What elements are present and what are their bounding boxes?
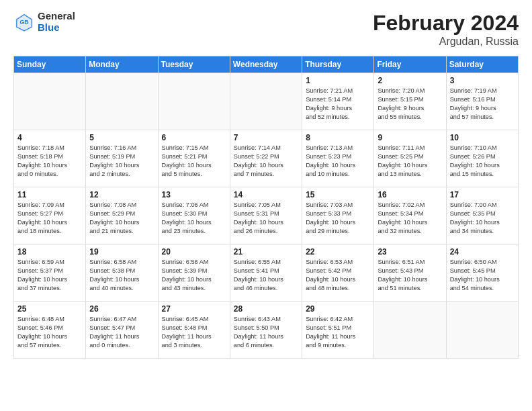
calendar-cell: 25Sunrise: 6:48 AMSunset: 5:46 PMDayligh…: [14, 302, 86, 359]
calendar-cell: 12Sunrise: 7:08 AMSunset: 5:29 PMDayligh…: [86, 187, 158, 244]
calendar-cell: 22Sunrise: 6:53 AMSunset: 5:42 PMDayligh…: [302, 244, 374, 302]
logo-icon: GB: [13, 11, 35, 33]
day-number: 10: [450, 133, 515, 142]
calendar-week-1: 4Sunrise: 7:18 AMSunset: 5:18 PMDaylight…: [14, 130, 519, 187]
calendar-cell: 10Sunrise: 7:10 AMSunset: 5:26 PMDayligh…: [446, 130, 518, 187]
logo-blue: Blue: [38, 22, 75, 34]
calendar-week-3: 18Sunrise: 6:59 AMSunset: 5:37 PMDayligh…: [14, 244, 519, 302]
day-info: Sunrise: 6:59 AMSunset: 5:37 PMDaylight:…: [17, 258, 82, 293]
day-number: 9: [378, 133, 442, 142]
calendar-cell: [446, 302, 518, 359]
day-number: 22: [306, 247, 370, 257]
calendar-cell: [230, 73, 302, 130]
calendar-cell: 4Sunrise: 7:18 AMSunset: 5:18 PMDaylight…: [14, 130, 86, 187]
day-info: Sunrise: 6:51 AMSunset: 5:43 PMDaylight:…: [378, 258, 442, 293]
day-number: 2: [378, 76, 442, 85]
svg-text:GB: GB: [19, 19, 28, 26]
col-sunday: Sunday: [14, 56, 86, 73]
day-number: 8: [306, 133, 370, 142]
calendar-cell: 3Sunrise: 7:19 AMSunset: 5:16 PMDaylight…: [446, 73, 518, 130]
day-info: Sunrise: 7:18 AMSunset: 5:18 PMDaylight:…: [17, 144, 82, 179]
month-title: February 2024: [373, 11, 519, 36]
day-number: 15: [306, 190, 370, 199]
calendar-cell: 28Sunrise: 6:43 AMSunset: 5:50 PMDayligh…: [230, 302, 302, 359]
calendar-cell: 2Sunrise: 7:20 AMSunset: 5:15 PMDaylight…: [374, 73, 446, 130]
calendar-cell: 11Sunrise: 7:09 AMSunset: 5:27 PMDayligh…: [14, 187, 86, 244]
calendar-week-2: 11Sunrise: 7:09 AMSunset: 5:27 PMDayligh…: [14, 187, 519, 244]
day-info: Sunrise: 6:43 AMSunset: 5:50 PMDaylight:…: [234, 315, 298, 350]
calendar-cell: 24Sunrise: 6:50 AMSunset: 5:45 PMDayligh…: [446, 244, 518, 302]
col-friday: Friday: [374, 56, 446, 73]
day-info: Sunrise: 7:02 AMSunset: 5:34 PMDaylight:…: [378, 201, 442, 236]
col-tuesday: Tuesday: [158, 56, 230, 73]
calendar-cell: 16Sunrise: 7:02 AMSunset: 5:34 PMDayligh…: [374, 187, 446, 244]
day-number: 19: [89, 247, 154, 257]
calendar-cell: 14Sunrise: 7:05 AMSunset: 5:31 PMDayligh…: [230, 187, 302, 244]
calendar-week-4: 25Sunrise: 6:48 AMSunset: 5:46 PMDayligh…: [14, 302, 519, 359]
day-number: 17: [450, 190, 515, 199]
calendar-cell: 1Sunrise: 7:21 AMSunset: 5:14 PMDaylight…: [302, 73, 374, 130]
calendar-cell: 19Sunrise: 6:58 AMSunset: 5:38 PMDayligh…: [86, 244, 158, 302]
col-saturday: Saturday: [446, 56, 518, 73]
day-info: Sunrise: 7:21 AMSunset: 5:14 PMDaylight:…: [306, 87, 370, 122]
calendar-cell: 23Sunrise: 6:51 AMSunset: 5:43 PMDayligh…: [374, 244, 446, 302]
calendar-cell: [14, 73, 86, 130]
calendar-cell: 26Sunrise: 6:47 AMSunset: 5:47 PMDayligh…: [86, 302, 158, 359]
day-info: Sunrise: 7:15 AMSunset: 5:21 PMDaylight:…: [162, 144, 226, 179]
day-info: Sunrise: 7:13 AMSunset: 5:23 PMDaylight:…: [306, 144, 370, 179]
day-info: Sunrise: 7:11 AMSunset: 5:25 PMDaylight:…: [378, 144, 442, 179]
day-info: Sunrise: 6:48 AMSunset: 5:46 PMDaylight:…: [17, 315, 82, 350]
day-info: Sunrise: 6:56 AMSunset: 5:39 PMDaylight:…: [162, 258, 226, 293]
calendar-cell: 17Sunrise: 7:00 AMSunset: 5:35 PMDayligh…: [446, 187, 518, 244]
day-info: Sunrise: 6:42 AMSunset: 5:51 PMDaylight:…: [306, 315, 370, 350]
calendar-cell: 8Sunrise: 7:13 AMSunset: 5:23 PMDaylight…: [302, 130, 374, 187]
day-info: Sunrise: 7:20 AMSunset: 5:15 PMDaylight:…: [378, 87, 442, 122]
calendar-cell: [158, 73, 230, 130]
day-info: Sunrise: 7:14 AMSunset: 5:22 PMDaylight:…: [234, 144, 298, 179]
day-number: 21: [234, 247, 298, 257]
calendar-cell: [86, 73, 158, 130]
col-thursday: Thursday: [302, 56, 374, 73]
title-block: February 2024 Argudan, Russia: [373, 11, 519, 48]
day-info: Sunrise: 7:08 AMSunset: 5:29 PMDaylight:…: [89, 201, 154, 236]
day-number: 29: [306, 304, 370, 314]
day-info: Sunrise: 7:16 AMSunset: 5:19 PMDaylight:…: [89, 144, 154, 179]
calendar-cell: 9Sunrise: 7:11 AMSunset: 5:25 PMDaylight…: [374, 130, 446, 187]
day-number: 12: [89, 190, 154, 199]
calendar: Sunday Monday Tuesday Wednesday Thursday…: [13, 56, 519, 359]
logo-text: General Blue: [38, 11, 75, 33]
day-number: 14: [234, 190, 298, 199]
day-info: Sunrise: 6:50 AMSunset: 5:45 PMDaylight:…: [450, 258, 515, 293]
calendar-cell: 15Sunrise: 7:03 AMSunset: 5:33 PMDayligh…: [302, 187, 374, 244]
day-number: 24: [450, 247, 515, 257]
calendar-cell: 13Sunrise: 7:06 AMSunset: 5:30 PMDayligh…: [158, 187, 230, 244]
day-number: 11: [17, 190, 82, 199]
day-number: 1: [306, 76, 370, 85]
day-info: Sunrise: 7:00 AMSunset: 5:35 PMDaylight:…: [450, 201, 515, 236]
day-number: 18: [17, 247, 82, 257]
calendar-cell: 20Sunrise: 6:56 AMSunset: 5:39 PMDayligh…: [158, 244, 230, 302]
calendar-cell: 6Sunrise: 7:15 AMSunset: 5:21 PMDaylight…: [158, 130, 230, 187]
day-info: Sunrise: 6:47 AMSunset: 5:47 PMDaylight:…: [89, 315, 154, 350]
page-container: GB General Blue February 2024 Argudan, R…: [0, 0, 532, 365]
calendar-week-0: 1Sunrise: 7:21 AMSunset: 5:14 PMDaylight…: [14, 73, 519, 130]
day-info: Sunrise: 7:03 AMSunset: 5:33 PMDaylight:…: [306, 201, 370, 236]
day-number: 23: [378, 247, 442, 257]
day-number: 27: [162, 304, 226, 314]
header: GB General Blue February 2024 Argudan, R…: [13, 11, 519, 48]
day-number: 13: [162, 190, 226, 199]
calendar-cell: [374, 302, 446, 359]
location: Argudan, Russia: [373, 36, 519, 48]
calendar-cell: 7Sunrise: 7:14 AMSunset: 5:22 PMDaylight…: [230, 130, 302, 187]
logo: GB General Blue: [13, 11, 75, 33]
day-info: Sunrise: 6:53 AMSunset: 5:42 PMDaylight:…: [306, 258, 370, 293]
day-info: Sunrise: 6:58 AMSunset: 5:38 PMDaylight:…: [89, 258, 154, 293]
day-number: 6: [162, 133, 226, 142]
calendar-cell: 27Sunrise: 6:45 AMSunset: 5:48 PMDayligh…: [158, 302, 230, 359]
calendar-cell: 29Sunrise: 6:42 AMSunset: 5:51 PMDayligh…: [302, 302, 374, 359]
day-info: Sunrise: 7:10 AMSunset: 5:26 PMDaylight:…: [450, 144, 515, 179]
day-number: 4: [17, 133, 82, 142]
day-number: 16: [378, 190, 442, 199]
day-number: 25: [17, 304, 82, 314]
day-number: 28: [234, 304, 298, 314]
